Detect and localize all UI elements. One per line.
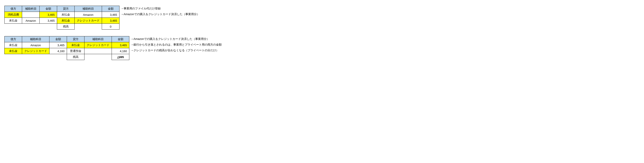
amazon-balance-value: 0 [102,24,120,30]
table-cell: クレジットカード [84,42,112,48]
table-cell: Amazon [74,12,102,18]
credit-section: 借方 補助科目 金額 貸方 補助科目 金額 未払金Amazon3,465未払金ク… [4,36,640,60]
table-cell: 3,465 [50,42,67,48]
amazon-header-row: 借方 補助科目 金額 貸方 補助科目 金額 [4,6,120,12]
table-cell: クレジットカード [22,48,50,54]
table-cell: 3,465 [102,18,120,24]
credit-annotations: →Amazonでの購入をクレジットカード決済した（事業用分）→銀行から引き落とさ… [131,36,222,53]
table-cell: 3,465 [102,12,120,18]
table-cell: 3,465 [40,18,57,24]
credit-balance-value: △695 [112,54,129,60]
table-cell: 4,160 [50,48,67,54]
amazon-table-wrapper: 借方 補助科目 金額 貸方 補助科目 金額 消耗品費3,465未払金Amazon… [4,6,640,30]
amazon-balance-label: 残高 [57,24,74,30]
table-row: 未払金Amazon3,465未払金クレジットカード3,465 [4,18,120,24]
credit-balance-row: 残高 △695 [4,54,129,60]
table-cell: クレジットカード [74,18,102,24]
amazon-annotations: →事業用のファイル代だけ登録→Amazonでの購入をクレジットカード決済した（事… [121,6,200,17]
amazon-th-5: 補助科目 [74,6,102,12]
table-row: 未払金Amazon3,465未払金クレジットカード3,465 [4,42,129,48]
table-cell: 未払金 [57,12,74,18]
credit-th-2: 補助科目 [22,36,50,42]
table-cell: 3,465 [40,12,57,18]
annotation-text: →Amazonでの購入をクレジットカード決済した（事業用分） [131,36,222,42]
table-cell: 消耗品費 [4,12,22,18]
credit-th-6: 金額 [112,36,129,42]
annotation-text: →Amazonでの購入をクレジットカード決済した（事業用分） [121,12,200,17]
amazon-th-1: 借方 [4,6,22,12]
credit-table: 借方 補助科目 金額 貸方 補助科目 金額 未払金Amazon3,465未払金ク… [4,36,129,60]
credit-balance-annotation: →クレジットカードの残高が合わなくなる（プライベートの分だけ） [131,48,222,53]
table-cell: 未払金 [4,42,22,48]
amazon-th-4: 貸方 [57,6,74,12]
amazon-th-2: 補助科目 [22,6,40,12]
table-cell: Amazon [22,18,40,24]
credit-header-row: 借方 補助科目 金額 貸方 補助科目 金額 [4,36,129,42]
amazon-th-3: 金額 [40,6,57,12]
credit-th-5: 補助科目 [84,36,112,42]
amazon-th-6: 金額 [102,6,120,12]
amazon-table: 借方 補助科目 金額 貸方 補助科目 金額 消耗品費3,465未払金Amazon… [4,6,120,30]
amazon-balance-row: 残高 0 [4,24,120,30]
table-cell: 普通預金 [67,48,84,54]
credit-th-1: 借方 [4,36,22,42]
credit-balance-label: 残高 [67,54,84,60]
table-cell: 未払金 [4,18,22,24]
table-cell: 4,160 [112,48,129,54]
amazon-section: 借方 補助科目 金額 貸方 補助科目 金額 消耗品費3,465未払金Amazon… [4,6,640,30]
table-row: 未払金クレジットカード4,160普通預金4,160 [4,48,129,54]
table-cell [84,48,112,54]
table-cell: 未払金 [67,42,84,48]
table-cell: Amazon [22,42,50,48]
table-cell: 3,465 [112,42,129,48]
table-cell: 未払金 [4,48,22,54]
annotation-text: →事業用のファイル代だけ登録 [121,6,200,12]
credit-table-wrapper: 借方 補助科目 金額 貸方 補助科目 金額 未払金Amazon3,465未払金ク… [4,36,640,60]
credit-th-4: 貸方 [67,36,84,42]
table-cell [22,12,40,18]
annotation-text: →銀行から引き落とされるのは、事業用とプライベート用の両方の金額 [131,42,222,48]
credit-th-3: 金額 [50,36,67,42]
table-cell: 未払金 [57,18,74,24]
table-row: 消耗品費3,465未払金Amazon3,465 [4,12,120,18]
